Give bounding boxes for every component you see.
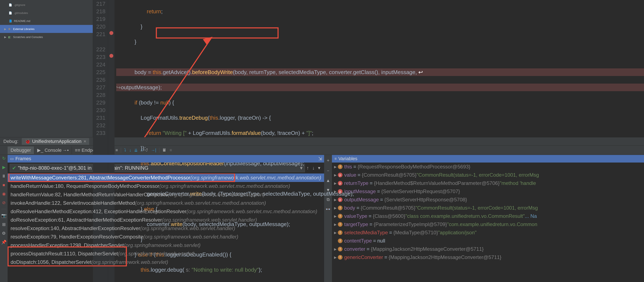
bug-icon: 🐞 — [25, 139, 30, 144]
console-icon: ▶_ — [37, 148, 43, 153]
stack-frame[interactable]: resolveException:79, HandlerExceptionRes… — [8, 233, 324, 241]
tab-debugger[interactable]: Debugger — [8, 146, 34, 154]
code-editor[interactable]: 217218219220 221 22222322422522622722822… — [93, 0, 644, 137]
markdown-icon: 📘 — [8, 19, 12, 22]
project-tree: 📄.gitignore 📄.gitmodules 📘README.md ▶⊪Ex… — [0, 0, 93, 137]
stack-frame[interactable]: resolveException:140, AbstractHandlerExc… — [8, 224, 324, 233]
endpoints-icon: ≡≡ — [75, 148, 80, 153]
stop-icon[interactable]: ■ — [1, 182, 6, 187]
tree-label: External Libraries — [13, 27, 34, 31]
tree-file-readme[interactable]: 📘README.md — [0, 17, 93, 25]
debug-left-rail: ↻ ▶ ⏸ ■ ◉ ⊘ 📷 ⊞ ⚙ 📌 — [0, 155, 8, 282]
dump-icon[interactable]: 📷 — [1, 213, 6, 218]
close-icon[interactable]: × — [84, 139, 86, 144]
stack-frame[interactable]: doResolveHandlerMethodException:412, Exc… — [8, 207, 324, 216]
check-icon: ✔ — [12, 165, 16, 171]
scratches-icon: ◧ — [8, 35, 12, 39]
tree-scratches[interactable]: ▶◧Scratches and Consoles — [0, 33, 93, 41]
tree-file-gitignore[interactable]: 📄.gitignore — [0, 1, 93, 9]
stack-frame[interactable]: doDispatch:1056, DispatcherServlet (org.… — [8, 258, 324, 266]
restore-icon[interactable]: ⇲ — [318, 156, 322, 161]
mute-breakpoints-icon[interactable]: ⊘ — [1, 200, 6, 205]
frames-icon: ▭ — [10, 156, 14, 161]
pause-icon[interactable]: ⏸ — [1, 174, 6, 179]
stack-frame[interactable]: handleReturnValue:180, RequestResponseBo… — [8, 182, 324, 190]
stack-frame[interactable]: processHandlerException:1298, Dispatcher… — [8, 241, 324, 250]
resume-icon[interactable]: ▶ — [1, 165, 6, 170]
stack-frame[interactable]: processDispatchResult:1110, DispatcherSe… — [8, 250, 324, 258]
frames-label: Frames — [16, 156, 31, 161]
trace-icon[interactable]: ≡ — [170, 148, 172, 153]
file-icon: 📄 — [8, 3, 12, 6]
rerun-icon[interactable]: ↻ — [1, 156, 6, 161]
stack-frame[interactable]: handleReturnValue:82, HandlerMethodRetur… — [8, 190, 324, 199]
view-breakpoints-icon[interactable]: ◉ — [1, 191, 6, 196]
tab-console[interactable]: ▶_Console→• — [34, 146, 72, 154]
frames-header: ▭ Frames ⇲ — [8, 155, 324, 163]
stack-frame[interactable]: writeWithMessageConverters:281, Abstract… — [8, 174, 324, 182]
tree-label: Scratches and Consoles — [13, 35, 43, 39]
file-label: README.md — [14, 19, 30, 22]
debug-label: Debug: — [0, 139, 22, 144]
output-icon: →• — [62, 148, 69, 153]
libraries-icon: ⊪ — [8, 27, 12, 31]
thread-settings-icon[interactable]: ⊞ — [1, 222, 6, 227]
stack-frame[interactable]: invokeAndHandle:122, ServletInvocableHan… — [8, 199, 324, 207]
expand-icon: ▶ — [4, 27, 7, 31]
debug-tab-label: UnifiedreturnApplication — [32, 139, 82, 144]
debug-run-tab[interactable]: 🐞 UnifiedreturnApplication × — [22, 138, 89, 145]
file-icon: 📄 — [8, 11, 12, 14]
tree-external-libraries[interactable]: ▶⊪External Libraries — [0, 25, 93, 33]
tree-file-gitmodules[interactable]: 📄.gitmodules — [0, 9, 93, 17]
expand-icon: ▶ — [4, 35, 7, 39]
settings-icon[interactable]: ⚙ — [1, 231, 6, 236]
pin-icon[interactable]: 📌 — [1, 240, 6, 245]
file-label: .gitignore — [14, 3, 25, 6]
frames-pane: ▭ Frames ⇲ ✔ "http-nio-8080-exec-1"@5,30… — [8, 155, 324, 282]
file-label: .gitmodules — [14, 11, 28, 14]
frames-list[interactable]: writeWithMessageConverters:281, Abstract… — [8, 174, 324, 266]
stack-frame[interactable]: doResolveException:61, AbstractHandlerMe… — [8, 216, 324, 224]
